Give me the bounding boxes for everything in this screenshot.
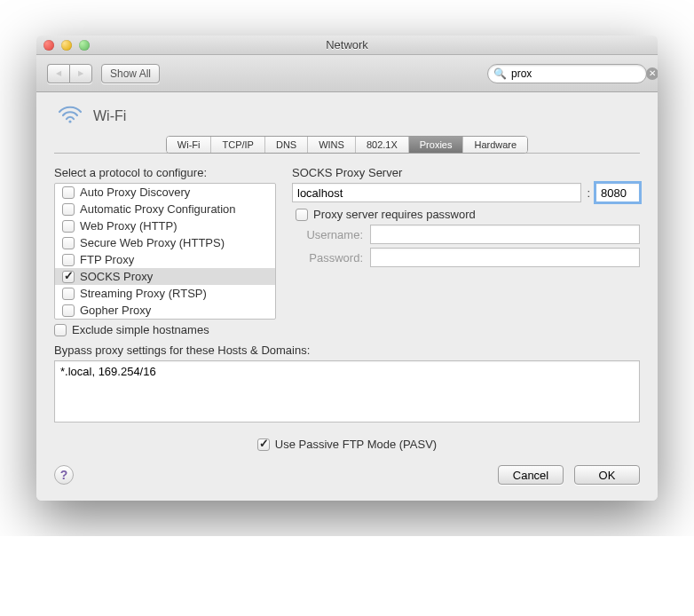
wifi-icon [58,105,83,127]
window-title: Network [36,38,658,51]
protocol-item[interactable]: Auto Proxy Discovery [55,184,275,201]
password-label: Password: [292,251,363,265]
tab-dns[interactable]: DNS [265,137,308,153]
clear-search-icon[interactable]: ✕ [646,67,658,80]
proxy-port-input[interactable] [595,183,640,202]
protocol-item[interactable]: Streaming Proxy (RTSP) [55,285,275,302]
search-field[interactable]: 🔍 ✕ [487,64,647,83]
password-input[interactable] [370,248,640,267]
tab-bar: Wi-FiTCP/IPDNSWINS802.1XProxiesHardware [54,136,640,154]
back-button[interactable]: ◀ [47,64,69,83]
protocols-label: Select a protocol to configure: [54,166,276,179]
checkbox-icon [62,254,75,266]
close-window-icon[interactable] [43,40,54,51]
checkbox-icon [62,271,75,283]
protocol-label: Gopher Proxy [80,304,151,317]
svg-point-0 [68,120,71,122]
protocol-item[interactable]: Secure Web Proxy (HTTPS) [55,234,275,251]
protocol-label: FTP Proxy [80,253,134,266]
checkbox-icon [257,438,270,451]
tab-tcp-ip[interactable]: TCP/IP [211,137,264,153]
tab-802-1x[interactable]: 802.1X [356,137,409,153]
protocol-item[interactable]: Automatic Proxy Configuration [55,201,275,217]
toolbar: ◀ ▶ Show All 🔍 ✕ [36,55,658,92]
protocol-label: Streaming Proxy (RTSP) [80,287,207,300]
search-icon: 🔍 [493,67,507,80]
preferences-window: Network ◀ ▶ Show All 🔍 ✕ Wi-Fi [36,36,658,501]
chevron-left-icon: ◀ [56,69,61,77]
checkbox-icon [62,203,75,216]
protocol-label: Automatic Proxy Configuration [80,202,236,216]
connection-name: Wi-Fi [93,108,126,124]
title-bar: Network [36,36,658,55]
help-button[interactable]: ? [54,465,74,485]
proxy-server-label: SOCKS Proxy Server [292,166,640,179]
checkbox-icon [62,186,75,199]
protocol-item[interactable]: Gopher Proxy [55,302,275,319]
exclude-hostnames-label: Exclude simple hostnames [72,323,209,336]
protocols-list[interactable]: Auto Proxy DiscoveryAutomatic Proxy Conf… [54,183,276,320]
checkbox-icon [296,209,308,221]
tab-hardware[interactable]: Hardware [463,137,527,153]
checkbox-icon [62,304,75,317]
tab-wins[interactable]: WINS [308,137,356,153]
protocol-label: Auto Proxy Discovery [80,186,190,199]
passive-ftp-label: Use Passive FTP Mode (PASV) [275,438,437,451]
bypass-textarea[interactable] [54,360,640,423]
search-input[interactable] [509,67,646,81]
protocol-label: Secure Web Proxy (HTTPS) [80,236,225,249]
cancel-button[interactable]: Cancel [498,465,564,485]
checkbox-icon [62,237,75,249]
protocol-label: Web Proxy (HTTP) [80,219,177,233]
protocol-item[interactable]: FTP Proxy [55,251,275,268]
protocol-item[interactable]: Web Proxy (HTTP) [55,217,275,234]
username-input[interactable] [370,225,640,244]
protocol-label: SOCKS Proxy [80,270,153,283]
minimize-window-icon[interactable] [61,40,72,51]
tab-wi-fi[interactable]: Wi-Fi [167,137,212,153]
checkbox-icon [54,324,67,336]
username-label: Username: [292,228,363,241]
checkbox-icon [62,220,75,233]
requires-password-label: Proxy server requires password [313,208,476,221]
tab-proxies[interactable]: Proxies [409,137,464,153]
bypass-label: Bypass proxy settings for these Hosts & … [54,344,640,357]
protocol-item[interactable]: SOCKS Proxy [55,268,275,285]
passive-ftp-checkbox[interactable]: Use Passive FTP Mode (PASV) [54,438,640,451]
host-port-separator: : [587,186,590,200]
proxy-host-input[interactable] [292,183,581,202]
forward-button[interactable]: ▶ [69,64,92,83]
show-all-button[interactable]: Show All [101,64,160,83]
exclude-hostnames-checkbox[interactable]: Exclude simple hostnames [54,323,276,336]
requires-password-checkbox[interactable]: Proxy server requires password [292,208,640,221]
zoom-window-icon[interactable] [79,40,90,51]
checkbox-icon [62,288,75,300]
ok-button[interactable]: OK [574,465,640,485]
chevron-right-icon: ▶ [78,69,83,77]
